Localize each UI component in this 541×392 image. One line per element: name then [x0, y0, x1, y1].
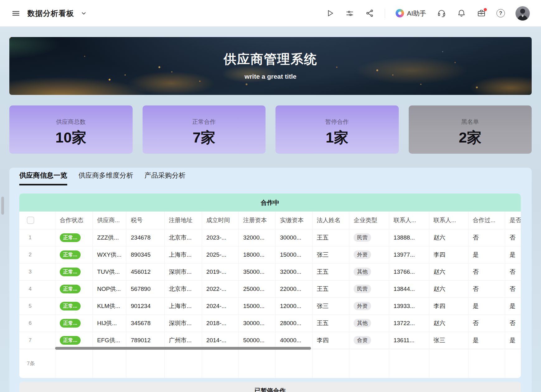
table-cell: 否 — [468, 315, 505, 332]
column-header[interactable]: 是否参... — [505, 212, 521, 229]
notifications-bell-icon[interactable] — [457, 9, 466, 18]
select-all-cell — [19, 212, 55, 229]
table-cell — [389, 349, 429, 378]
table-cell: 30000... — [239, 315, 275, 332]
table-cell: 深圳市... — [164, 263, 202, 280]
user-avatar[interactable] — [515, 6, 530, 21]
row-number: 3 — [19, 263, 55, 280]
row-number: 4 — [19, 280, 55, 297]
stat-card-normal-cooperation[interactable]: 正常合作 7家 — [143, 105, 266, 154]
headset-support-icon[interactable] — [437, 9, 446, 18]
status-badge: 正常... — [60, 285, 81, 293]
stat-card-total-suppliers[interactable]: 供应商总数 10家 — [9, 105, 133, 154]
column-header[interactable]: 联系人... — [389, 212, 429, 229]
column-header[interactable]: 联系人... — [429, 212, 468, 229]
menu-icon[interactable] — [11, 9, 21, 18]
table-cell: 广州市... — [164, 332, 202, 349]
table-cell: 13766... — [389, 263, 429, 280]
table-cell: 张三 — [429, 332, 468, 349]
column-header[interactable]: 实缴资本 — [275, 212, 312, 229]
stat-value: 1家 — [275, 128, 399, 147]
section-header-cooperating: 合作中 — [19, 194, 521, 212]
section-header-paused: 已暂停合作 — [19, 382, 521, 392]
table-cell: 正常... — [55, 229, 92, 246]
settings-sliders-icon[interactable] — [345, 9, 354, 18]
table-cell: 否 — [505, 280, 521, 297]
table-cell: 32000... — [275, 263, 312, 280]
table-cell: 15000... — [239, 297, 275, 315]
table-cell: 32000... — [239, 229, 275, 246]
table-row[interactable]: 6正常...HIJ供...345678深圳市...2018-...30000..… — [19, 315, 521, 332]
column-header[interactable]: 合作状态 — [55, 212, 92, 229]
table-cell: 789012 — [126, 332, 164, 349]
cooperating-table-card: 合作中 合作状态供应商...税号注册地址成立时间注册资本实缴资本法人姓名企业类型… — [19, 194, 521, 378]
stat-card-paused-cooperation[interactable]: 暂停合作 1家 — [275, 105, 399, 154]
table-cell: 13611... — [389, 332, 429, 349]
table-cell: 张三 — [312, 246, 349, 263]
table-row[interactable]: 7正常...EFG供...789012广州市...2014-...50000..… — [19, 332, 521, 349]
table-cell — [468, 349, 505, 378]
column-header[interactable]: 供应商... — [93, 212, 126, 229]
table-cell: 赵六 — [429, 263, 468, 280]
table-cell: EFG供... — [93, 332, 126, 349]
tab-product-procurement-analysis[interactable]: 产品采购分析 — [144, 171, 186, 185]
table-cell: 13844... — [389, 280, 429, 297]
column-header[interactable]: 成立时间 — [202, 212, 238, 229]
table-cell: 22000... — [275, 280, 312, 297]
company-type-badge: 民营 — [354, 233, 371, 242]
table-row[interactable]: 1正常...ZZZ供...234678北京市...2023-...32000..… — [19, 229, 521, 246]
column-header[interactable]: 企业类型 — [349, 212, 389, 229]
help-icon[interactable]: ? — [496, 9, 505, 17]
column-header[interactable]: 注册地址 — [164, 212, 202, 229]
workspace-briefcase-icon[interactable] — [477, 9, 486, 18]
table-cell: 50000... — [239, 332, 275, 349]
company-type-badge: 外资 — [354, 302, 371, 310]
column-header[interactable]: 注册资本 — [239, 212, 275, 229]
table-row[interactable]: 3正常...TUV供...456012深圳市...2019-...35000..… — [19, 263, 521, 280]
tab-supplier-multidimensional-analysis[interactable]: 供应商多维度分析 — [78, 171, 133, 185]
table-row[interactable]: 4正常...NOP供...567890北京市...2022-...25000..… — [19, 280, 521, 297]
chevron-down-icon[interactable] — [79, 9, 88, 18]
table-cell: 王五 — [312, 280, 349, 297]
column-header[interactable]: 税号 — [126, 212, 164, 229]
column-header[interactable]: 合作过... — [468, 212, 505, 229]
status-badge: 正常... — [60, 268, 81, 276]
table-cell: 王五 — [312, 315, 349, 332]
table-cell — [349, 349, 389, 378]
notification-dot — [484, 8, 487, 11]
supplier-table: 合作状态供应商...税号注册地址成立时间注册资本实缴资本法人姓名企业类型联系人.… — [19, 212, 521, 378]
table-cell: 李四 — [312, 332, 349, 349]
table-row[interactable]: 5正常...KLM供...901234上海市...2024-...15000..… — [19, 297, 521, 315]
table-cell: ZZZ供... — [93, 229, 126, 246]
table-row[interactable]: 2正常...WXY供...890345上海市...2025-...18000..… — [19, 246, 521, 263]
table-cell: 赵六 — [429, 280, 468, 297]
stat-card-blacklist[interactable]: 黑名单 2家 — [409, 105, 532, 154]
company-type-badge: 其他 — [354, 268, 371, 276]
tab-supplier-info-overview[interactable]: 供应商信息一览 — [19, 171, 67, 185]
table-cell — [505, 349, 521, 378]
table-cell: 深圳市... — [164, 315, 202, 332]
table-cell: 2025-... — [202, 246, 238, 263]
table-cell — [126, 349, 164, 378]
table-cell: 民营 — [349, 229, 389, 246]
table-cell: 外资 — [349, 246, 389, 263]
table-cell: 否 — [505, 263, 521, 280]
play-button[interactable] — [325, 9, 334, 18]
share-icon[interactable] — [365, 9, 374, 18]
table-cell: 正常... — [55, 280, 92, 297]
ai-assistant-label: AI助手 — [407, 9, 426, 18]
table-footer-row: 7条 — [19, 349, 521, 378]
table-cell: 张三 — [312, 297, 349, 315]
ai-assistant-button[interactable]: AI助手 — [396, 9, 426, 18]
table-cell: 否 — [468, 280, 505, 297]
column-header[interactable]: 法人姓名 — [312, 212, 349, 229]
select-all-checkbox[interactable] — [27, 217, 34, 224]
table-cell — [275, 349, 312, 378]
vertical-scrollbar[interactable] — [1, 197, 4, 215]
table-header-row: 合作状态供应商...税号注册地址成立时间注册资本实缴资本法人姓名企业类型联系人.… — [19, 212, 521, 229]
row-number: 6 — [19, 315, 55, 332]
table-cell: 2022-... — [202, 280, 238, 297]
horizontal-scrollbar[interactable] — [55, 347, 311, 350]
status-badge: 正常... — [60, 233, 81, 242]
table-cell: 北京市... — [164, 280, 202, 297]
